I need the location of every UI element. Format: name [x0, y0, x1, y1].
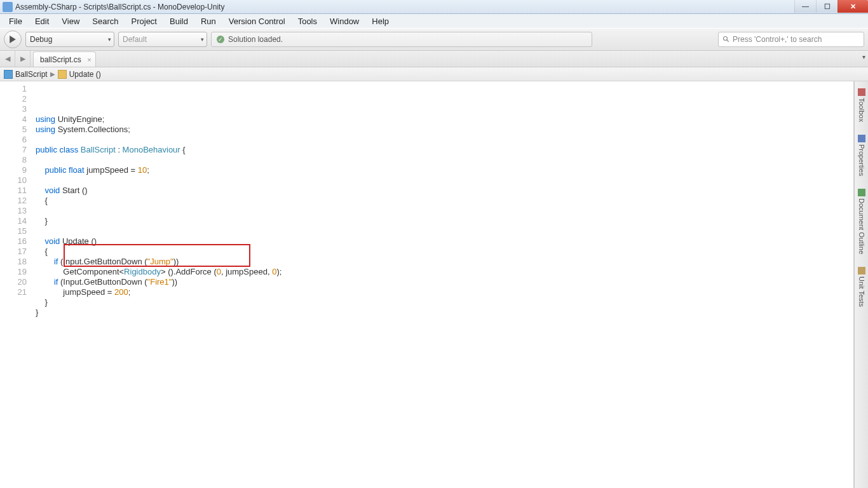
code-line[interactable]	[36, 135, 853, 145]
toolbar: Debug ▾ Default ▾ ✓ Solution loaded. Pre…	[0, 28, 868, 51]
code-line[interactable]: if (Input.GetButtonDown ("Jump"))	[36, 257, 853, 267]
nav-forward-button[interactable]: ▶	[15, 51, 31, 67]
panel-icon	[858, 135, 865, 142]
close-icon[interactable]: ×	[87, 56, 91, 64]
status-text: Solution loaded.	[228, 35, 283, 44]
chevron-down-icon: ▾	[201, 36, 204, 43]
code-line[interactable]	[36, 206, 853, 216]
code-line[interactable]: using UnityEngine;	[36, 114, 853, 125]
code-line[interactable]	[36, 318, 853, 328]
config-dropdown[interactable]: Debug ▾	[25, 32, 114, 47]
app-icon	[3, 2, 13, 12]
menu-edit[interactable]: Edit	[29, 15, 55, 27]
close-button[interactable]: ✕	[837, 0, 868, 13]
code-line[interactable]: public class BallScript : MonoBehaviour …	[36, 145, 853, 155]
code-area[interactable]: using UnityEngine;using System.Collectio…	[32, 81, 853, 488]
menu-tools[interactable]: Tools	[292, 15, 323, 27]
status-pill: ✓ Solution loaded.	[211, 32, 592, 47]
check-icon: ✓	[217, 36, 224, 43]
method-icon	[58, 70, 67, 79]
window-title: Assembly-CSharp - Scripts\BallScript.cs …	[15, 3, 224, 11]
play-icon	[9, 36, 17, 43]
svg-point-1	[724, 37, 728, 41]
tab-ballscript[interactable]: ballScript.cs ×	[33, 51, 96, 67]
chevron-down-icon: ▾	[108, 36, 111, 43]
tab-overflow-button[interactable]: ▾	[862, 53, 865, 60]
menu-bar: FileEditViewSearchProjectBuildRunVersion…	[0, 14, 868, 28]
nav-back-button[interactable]: ◀	[0, 51, 15, 67]
line-gutter: 123456789101112131415161718192021	[0, 81, 32, 488]
code-line[interactable]: }	[36, 216, 853, 226]
code-line[interactable]: jumpSpeed = 200;	[36, 287, 853, 297]
code-line[interactable]	[36, 226, 853, 236]
search-icon	[722, 36, 730, 43]
breadcrumb: BallScript ▶ Update ()	[0, 67, 868, 81]
code-line[interactable]: using System.Collections;	[36, 125, 853, 135]
menu-project[interactable]: Project	[125, 15, 163, 27]
menu-file[interactable]: File	[3, 15, 29, 27]
sidetab-label: Toolbox	[858, 98, 865, 122]
code-line[interactable]: public float jumpSpeed = 10;	[36, 165, 853, 175]
editor[interactable]: 123456789101112131415161718192021 using …	[0, 81, 854, 488]
breadcrumb-method[interactable]: Update ()	[69, 70, 101, 79]
search-placeholder: Press 'Control+,' to search	[733, 35, 822, 44]
maximize-button[interactable]: ☐	[816, 0, 837, 13]
code-line[interactable]: if (Input.GetButtonDown ("Fire1"))	[36, 277, 853, 287]
menu-search[interactable]: Search	[86, 15, 125, 27]
breadcrumb-class[interactable]: BallScript	[15, 70, 48, 79]
code-line[interactable]: GetComponent<Rigidbody> ().AddForce (0, …	[36, 267, 853, 277]
code-line[interactable]: }	[36, 308, 853, 318]
menu-run[interactable]: Run	[194, 15, 222, 27]
sidetab-toolbox[interactable]: Toolbox	[856, 84, 867, 126]
config-label: Debug	[30, 35, 52, 44]
code-line[interactable]	[36, 175, 853, 186]
tab-bar: ◀ ▶ ballScript.cs × ▾	[0, 51, 868, 67]
code-line[interactable]: void Start ()	[36, 186, 853, 196]
minimize-button[interactable]: —	[794, 0, 816, 13]
code-line[interactable]: }	[36, 297, 853, 308]
sidetab-label: Properties	[858, 144, 865, 176]
menu-help[interactable]: Help	[365, 15, 395, 27]
sidetab-properties[interactable]: Properties	[856, 130, 867, 180]
menu-window[interactable]: Window	[323, 15, 365, 27]
chevron-right-icon: ▶	[50, 71, 55, 78]
tab-label: ballScript.cs	[40, 55, 81, 64]
svg-marker-0	[10, 36, 16, 43]
class-icon	[4, 70, 13, 79]
run-button[interactable]	[4, 30, 22, 48]
sidetab-label: Document Outline	[858, 198, 865, 254]
code-line[interactable]: {	[36, 247, 853, 257]
target-label: Default	[123, 35, 147, 44]
code-line[interactable]	[36, 155, 853, 165]
window-titlebar: Assembly-CSharp - Scripts\BallScript.cs …	[0, 0, 868, 14]
window-buttons: — ☐ ✕	[794, 0, 868, 13]
sidetab-label: Unit Tests	[858, 276, 865, 307]
code-line[interactable]: void Update ()	[36, 236, 853, 247]
menu-view[interactable]: View	[55, 15, 86, 27]
code-line[interactable]: {	[36, 196, 853, 206]
sidetab-document-outline[interactable]: Document Outline	[856, 184, 867, 259]
target-dropdown[interactable]: Default ▾	[118, 32, 207, 47]
panel-icon	[858, 189, 865, 196]
menu-build[interactable]: Build	[163, 15, 194, 27]
panel-icon	[858, 267, 865, 274]
menu-version-control[interactable]: Version Control	[222, 15, 292, 27]
main-area: 123456789101112131415161718192021 using …	[0, 81, 868, 488]
search-input[interactable]: Press 'Control+,' to search	[718, 32, 864, 47]
sidetab-unit-tests[interactable]: Unit Tests	[856, 262, 867, 311]
side-dock: ToolboxPropertiesDocument OutlineUnit Te…	[854, 81, 868, 488]
svg-line-2	[727, 40, 729, 42]
panel-icon	[858, 88, 865, 96]
